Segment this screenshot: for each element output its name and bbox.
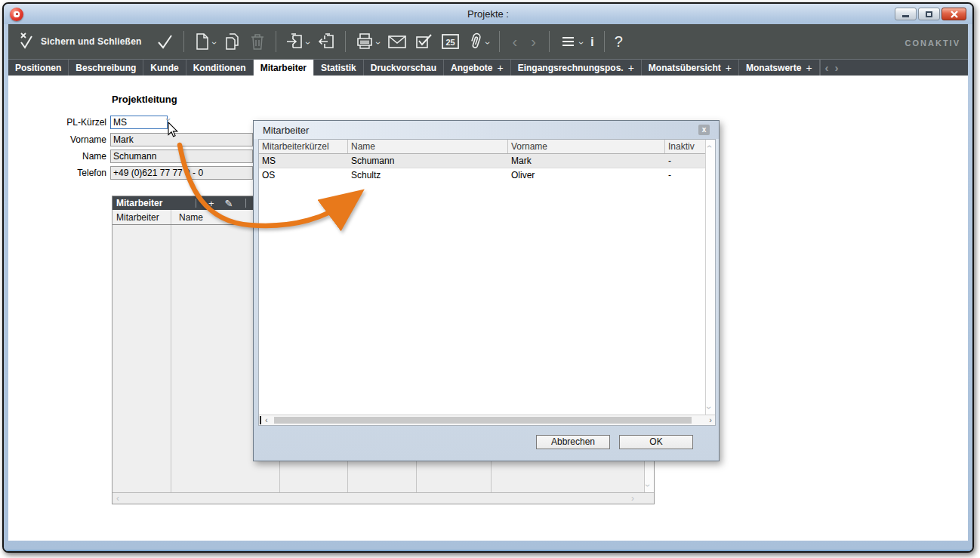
scroll-left-icon[interactable]: ‹ [265,415,268,424]
new-record-button[interactable]: › [194,32,216,51]
tab-monatswerte[interactable]: Monatswerte+ [739,60,820,76]
svg-text:25: 25 [445,38,455,47]
toolbar: Sichern und Schließen › [8,24,968,59]
chevron-down-icon[interactable]: › [576,42,587,45]
scroll-right-icon[interactable]: › [631,493,634,504]
subtable-horizontal-scrollbar[interactable]: ‹ › [112,492,654,504]
plus-icon[interactable]: + [628,62,634,74]
tab-beschreibung[interactable]: Beschreibung [69,60,143,76]
mail-button[interactable] [387,33,407,50]
column-mitarbeiterkuerzel[interactable]: Mitarbeiterkürzel [259,140,348,153]
chevron-down-icon[interactable]: › [209,42,220,45]
column-name[interactable]: Name [348,140,508,153]
tab-monatsuebersicht[interactable]: Monatsübersicht+ [642,60,739,76]
mitarbeiter-popup: Mitarbeiter x Mitarbeiterkürzel Name Vor… [253,120,720,461]
pl-kuerzel-field[interactable] [110,116,168,129]
vorname-field[interactable] [110,133,253,146]
tab-druckvorschau[interactable]: Druckvorschau [364,60,444,76]
import-button[interactable]: › [286,32,310,51]
chevron-down-icon[interactable]: › [482,42,493,45]
separator [196,199,196,208]
next-record-button[interactable]: › [528,34,539,49]
plus-icon[interactable]: + [806,62,812,74]
menu-button[interactable]: › [559,33,583,50]
print-button[interactable]: › [356,32,380,51]
scroll-up-icon[interactable]: › [704,145,714,148]
table-row[interactable]: OS Schultz Oliver - [259,168,705,183]
subtable-title: Mitarbeiter [116,198,189,208]
tab-konditionen[interactable]: Konditionen [186,60,254,76]
scroll-right-icon[interactable]: › [709,415,712,424]
name-label: Name [8,151,106,162]
export-icon [317,32,335,51]
edit-row-icon[interactable]: ✎ [225,199,233,208]
column-name[interactable]: Name [179,212,203,223]
tab-statistik[interactable]: Statistik [314,60,364,76]
chevron-down-icon[interactable]: › [303,42,313,45]
window-frame: Sichern und Schließen › [4,24,972,551]
separator [245,199,246,208]
export-button[interactable] [317,32,335,51]
info-button[interactable]: i [590,35,594,48]
minimize-button[interactable] [895,8,917,20]
task-button[interactable] [414,32,433,51]
combo-dropdown-icon[interactable]: › [163,118,174,121]
table-row[interactable]: MS Schumann Mark - [259,154,705,168]
scroll-down-icon[interactable]: › [704,406,714,409]
maximize-button[interactable] [918,8,940,20]
popup-button-row: Abbrechen OK [536,435,693,449]
toolbar-separator [499,31,500,52]
save-and-close-button[interactable]: Sichern und Schließen [20,32,148,51]
column-mitarbeiter[interactable]: Mitarbeiter [116,212,159,223]
delete-button[interactable] [249,32,266,51]
cancel-button[interactable]: Abbrechen [536,435,610,449]
popup-vertical-scrollbar[interactable]: › › [705,140,715,415]
column-divider [171,210,171,224]
trash-icon [249,32,266,51]
section-title: Projektleitung [112,94,177,105]
tab-mitarbeiter[interactable]: Mitarbeiter [254,60,314,76]
close-icon [951,11,958,18]
save-and-close-icon [20,32,38,51]
help-button[interactable]: ? [615,34,623,49]
tab-eingangsrechnungspos[interactable]: Eingangsrechnungspos.+ [511,60,642,76]
chevron-down-icon[interactable]: › [373,42,384,45]
paperclip-icon [467,32,484,51]
title-bar[interactable]: Projekte : [4,4,972,24]
tab-scroll-right-icon[interactable]: › [835,61,839,74]
column-inaktiv[interactable]: Inaktiv [665,140,705,153]
tab-positionen[interactable]: Positionen [8,60,69,76]
info-icon: i [590,35,594,48]
scroll-left-icon[interactable]: ‹ [116,493,119,504]
pl-kuerzel-label: PL-Kürzel [8,117,106,128]
toolbar-separator [604,31,605,52]
column-vorname[interactable]: Vorname [508,140,665,153]
popup-horizontal-scrollbar[interactable]: ‹ › [259,415,715,425]
ok-button[interactable]: OK [619,435,693,449]
scroll-down-icon[interactable]: › [643,484,653,487]
add-row-icon[interactable]: + [208,199,214,208]
tab-scroll-nav: ‹ › [820,60,843,76]
scrollbar-grip[interactable] [260,416,261,424]
name-field[interactable] [110,150,253,163]
close-button[interactable] [941,8,966,20]
chevron-right-icon: › [531,34,536,49]
plus-icon[interactable]: + [726,62,732,74]
popup-title-bar[interactable]: Mitarbeiter x [254,121,719,139]
popup-title: Mitarbeiter [263,125,309,136]
tab-angebote[interactable]: Angebote+ [444,60,511,76]
save-button[interactable] [156,32,174,51]
telefon-field[interactable] [110,166,253,180]
plus-icon[interactable]: + [497,62,503,74]
duplicate-button[interactable] [223,32,242,51]
popup-table-grid: Mitarbeiterkürzel Name Vorname Inaktiv M… [259,140,705,415]
popup-close-button[interactable]: x [698,125,710,135]
scrollbar-thumb[interactable] [274,417,692,424]
previous-record-button[interactable]: ‹ [510,34,521,49]
tab-kunde[interactable]: Kunde [143,60,186,76]
window-controls [895,8,966,20]
tab-scroll-left-icon[interactable]: ‹ [825,61,829,74]
calendar-button[interactable]: 25 [441,32,460,51]
attachment-button[interactable]: › [467,32,489,51]
brand-logo: conaktiv [905,35,960,48]
